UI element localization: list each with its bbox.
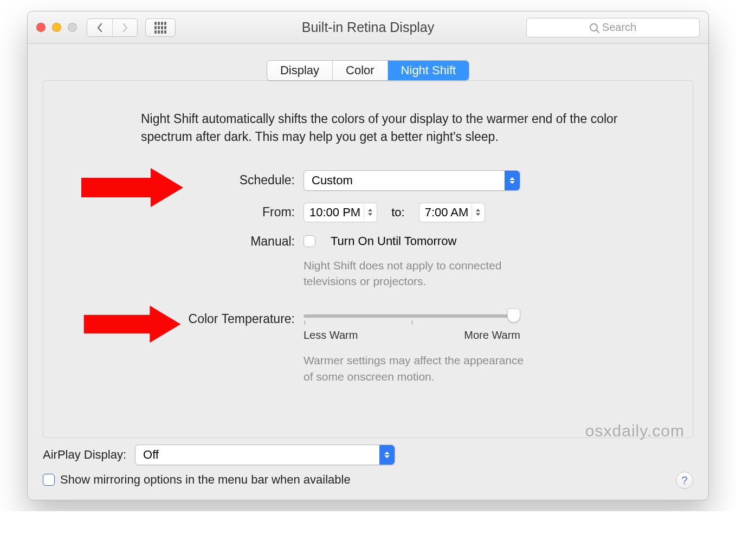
help-icon: ?	[681, 474, 687, 487]
schedule-popup[interactable]: Custom	[304, 170, 520, 191]
to-time-value: 7:00 AM	[425, 205, 469, 220]
zoom-window-button	[68, 23, 77, 32]
to-label: to:	[387, 205, 409, 220]
window-body: Display Color Night Shift Night Shift au…	[28, 44, 708, 500]
schedule-value: Custom	[312, 173, 353, 188]
airplay-label: AirPlay Display:	[43, 448, 135, 462]
show-all-button[interactable]	[145, 18, 176, 37]
manual-hint: Night Shift does not apply to connected …	[304, 258, 531, 289]
manual-label: Manual:	[76, 234, 304, 249]
back-button[interactable]	[87, 19, 112, 36]
airplay-value: Off	[143, 448, 159, 462]
popup-arrows-icon	[505, 171, 520, 190]
tab-display[interactable]: Display	[267, 61, 333, 80]
grid-icon	[154, 22, 166, 34]
tab-color[interactable]: Color	[333, 61, 388, 80]
airplay-popup[interactable]: Off	[135, 445, 395, 465]
mirroring-label: Show mirroring options in the menu bar w…	[60, 473, 351, 487]
window-controls	[36, 23, 77, 32]
from-label: From:	[76, 205, 304, 220]
annotation-arrow-icon	[84, 309, 182, 339]
search-field[interactable]: Search	[526, 18, 700, 37]
manual-checkbox-label: Turn On Until Tomorrow	[331, 234, 456, 248]
color-temp-hint: Warmer settings may affect the appearanc…	[304, 352, 531, 384]
from-time-field[interactable]: 10:00 PM	[304, 203, 377, 222]
time-stepper[interactable]	[364, 205, 373, 220]
tab-night-shift[interactable]: Night Shift	[388, 61, 469, 80]
manual-checkbox[interactable]	[304, 235, 315, 247]
minimize-window-button[interactable]	[52, 23, 61, 32]
popup-arrows-icon	[379, 445, 395, 465]
color-temperature-slider[interactable]	[304, 312, 520, 319]
titlebar: Built-in Retina Display Search	[28, 11, 708, 44]
tab-bar: Display Color Night Shift	[43, 60, 693, 81]
annotation-arrow-icon	[81, 172, 184, 203]
nav-back-forward	[87, 18, 138, 37]
close-window-button[interactable]	[36, 23, 46, 32]
search-placeholder: Search	[602, 21, 636, 34]
time-stepper[interactable]	[472, 205, 481, 220]
footer: AirPlay Display: Off Show mirroring opti…	[43, 438, 693, 490]
mirroring-checkbox[interactable]	[43, 474, 55, 486]
night-shift-panel: Night Shift automatically shifts the col…	[43, 80, 693, 438]
preferences-window: Built-in Retina Display Search Display C…	[27, 11, 709, 500]
help-button[interactable]: ?	[676, 472, 693, 489]
slider-max-label: More Warm	[464, 329, 520, 342]
slider-min-label: Less Warm	[304, 329, 358, 342]
description-text: Night Shift automatically shifts the col…	[141, 110, 622, 146]
from-time-value: 10:00 PM	[309, 205, 360, 220]
forward-button[interactable]	[112, 19, 137, 36]
to-time-field[interactable]: 7:00 AM	[419, 203, 486, 222]
search-icon	[590, 23, 598, 31]
